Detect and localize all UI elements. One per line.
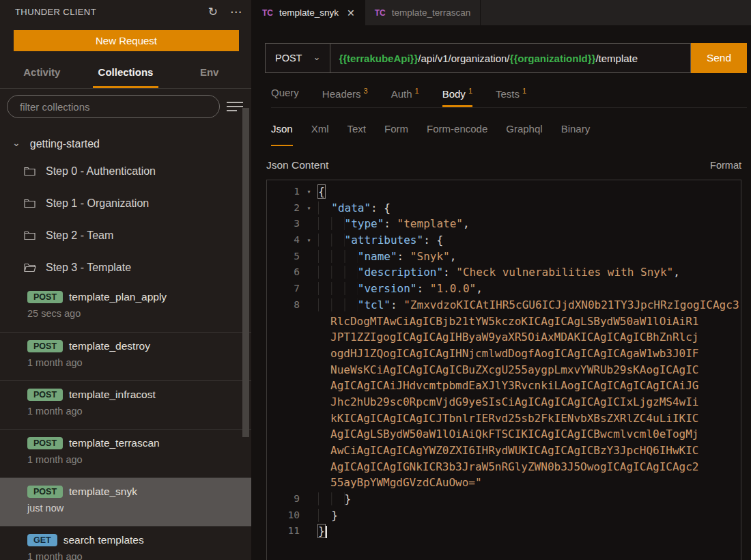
fold-icon[interactable]: ▾ xyxy=(300,200,318,216)
code-token: JPT1ZZIgogICAgICAgIHByaW9yaXR5OiAxMDAKIC… xyxy=(330,331,698,344)
request-tab-body[interactable]: Body1 xyxy=(442,85,472,107)
code-token: AwCiAgICAgICAgYWZ0ZXI6IHRydWUKICAgICAgIC… xyxy=(330,444,698,457)
code-token: : xyxy=(397,250,410,263)
sidebar-tabs: ActivityCollectionsEnv xyxy=(0,61,251,88)
code-token: } xyxy=(318,524,325,537)
format-button[interactable]: Format xyxy=(710,160,741,171)
url-box: POST ⌄ {{terrakubeApi}}/api/v1/organizat… xyxy=(265,43,691,73)
request-time: 1 month ago xyxy=(27,406,251,417)
request-item[interactable]: POSTtemplate_destroy1 month ago xyxy=(0,332,251,380)
collection-name: getting-started xyxy=(30,138,100,150)
body-tab-xml[interactable]: Xml xyxy=(311,123,329,143)
line-gutter xyxy=(267,346,318,362)
code-tokens: } xyxy=(318,491,351,507)
request-tab-auth[interactable]: Auth1 xyxy=(391,85,419,107)
request-time: 1 month ago xyxy=(27,454,251,465)
body-tab-form[interactable]: Form xyxy=(384,123,408,143)
fold-icon xyxy=(300,216,318,232)
line-number xyxy=(267,475,300,491)
url-input[interactable]: {{terrakubeApi}}/api/v1/organization/{{o… xyxy=(330,53,690,64)
request-item[interactable]: POSTtemplate_infracost1 month ago xyxy=(0,380,251,429)
code-token xyxy=(318,201,331,214)
sidebar-tab-collections[interactable]: Collections xyxy=(84,61,168,88)
body-tab-json[interactable]: Json xyxy=(271,123,293,143)
sidebar-tab-activity[interactable]: Activity xyxy=(0,61,84,88)
code-token: "version" xyxy=(358,282,417,295)
code-tokens: RlcDogMTAwCiAgICBjb21tYW5kczoKICAgICAgLS… xyxy=(318,313,698,330)
sidebar-tab-env[interactable]: Env xyxy=(167,61,251,88)
code-token: : xyxy=(443,266,456,279)
fold-icon xyxy=(300,410,318,427)
body-tab-graphql[interactable]: Graphql xyxy=(506,123,542,143)
code-tokens: 55ayBpYWMgdGVzdCAuOwo=" xyxy=(318,475,482,491)
fold-icon xyxy=(300,362,318,378)
refresh-icon[interactable]: ↻ xyxy=(208,6,218,18)
line-number xyxy=(267,378,300,394)
request-name: template_snyk xyxy=(69,486,137,498)
fold-icon xyxy=(300,346,318,362)
more-actions-icon[interactable]: ⋯ xyxy=(230,6,242,18)
body-tab-form-encode[interactable]: Form-encode xyxy=(427,123,487,143)
code-token: NueWsKCiAgICAgICAgICBuZXcgU255aygpLmxvYW… xyxy=(330,363,698,376)
filter-collections-input[interactable] xyxy=(7,95,220,118)
code-lines: 1▾{2▾ "data": {3 "type": "template",4▾ "… xyxy=(267,180,741,540)
fold-icon xyxy=(300,264,318,281)
folder-closed-icon xyxy=(23,229,36,242)
method-dropdown[interactable]: POST ⌄ xyxy=(266,44,330,72)
send-button[interactable]: Send xyxy=(691,43,747,73)
request-item[interactable]: POSTtemplate_terrascan1 month ago xyxy=(0,429,251,477)
request-tab-tests[interactable]: Tests1 xyxy=(496,85,526,107)
url-segment: /template xyxy=(595,53,638,64)
line-number: 8 xyxy=(267,297,300,313)
code-row: 8 "tcl": "ZmxvdzoKICAtIHR5cGU6ICJjdXN0b2… xyxy=(267,297,741,313)
url-segment-variable: {{organizationId}} xyxy=(510,53,596,64)
line-number xyxy=(267,426,300,443)
code-token: { xyxy=(318,185,325,198)
fold-icon[interactable]: ▾ xyxy=(300,184,318,200)
editor-tab-template_snyk[interactable]: TCtemplate_snyk✕ xyxy=(253,0,365,25)
code-row: 6 "description": "Check vulnerabilities … xyxy=(267,264,741,281)
code-token: "attributes" xyxy=(345,234,424,247)
folder-list: Step 0 - AuthenticationStep 1 - Organiza… xyxy=(0,155,251,283)
request-item[interactable]: POSTtemplate_snykjust now xyxy=(0,477,251,526)
folder-item[interactable]: Step 3 - Template xyxy=(0,251,251,283)
close-tab-icon[interactable]: ✕ xyxy=(347,8,355,18)
code-token: "description" xyxy=(358,266,443,279)
sidebar-scrollbar[interactable] xyxy=(242,108,249,437)
folder-item[interactable]: Step 2 - Team xyxy=(0,219,251,251)
request-time: just now xyxy=(27,503,251,514)
request-name: template_destroy xyxy=(69,340,150,352)
json-body-editor[interactable]: 1▾{2▾ "data": {3 "type": "template",4▾ "… xyxy=(266,180,741,560)
code-tokens: } xyxy=(318,523,327,540)
line-number xyxy=(267,313,300,330)
editor-tab-template_terrascan[interactable]: TCtemplate_terrascan xyxy=(365,0,481,25)
line-gutter xyxy=(267,362,318,378)
code-tokens: AgICAgICAgIGNkICR3b3JraW5nRGlyZWN0b3J5Ow… xyxy=(318,459,698,475)
collection-getting-started[interactable]: ⌄ getting-started xyxy=(0,133,251,155)
line-number: 3 xyxy=(267,216,300,232)
new-request-button[interactable]: New Request xyxy=(14,30,239,51)
request-line: POSTtemplate_terrascan xyxy=(27,437,251,449)
code-token xyxy=(318,217,345,230)
code-row: 1▾{ xyxy=(267,184,741,200)
body-tab-text[interactable]: Text xyxy=(348,123,367,143)
code-tokens: "data": { xyxy=(318,200,391,216)
request-tab-query[interactable]: Query xyxy=(271,85,299,107)
body-tab-binary[interactable]: Binary xyxy=(561,123,591,143)
folder-item[interactable]: Step 0 - Authentication xyxy=(0,155,251,187)
line-number xyxy=(267,346,300,362)
folder-item[interactable]: Step 1 - Organization xyxy=(0,187,251,219)
method-badge: POST xyxy=(27,389,63,401)
code-token xyxy=(318,298,358,311)
fold-icon[interactable]: ▾ xyxy=(300,232,318,249)
request-item[interactable]: GETsearch templates1 month ago xyxy=(0,526,251,560)
code-token: } xyxy=(331,509,338,522)
request-item[interactable]: POSTtemplate_plan_apply25 secs ago xyxy=(0,283,251,332)
request-time: 1 month ago xyxy=(27,357,251,368)
code-row: 3 "type": "template", xyxy=(267,216,741,232)
editor-tabstrip: TCtemplate_snyk✕TCtemplate_terrascan xyxy=(253,0,751,25)
request-tab-headers[interactable]: Headers3 xyxy=(322,85,368,107)
line-gutter xyxy=(267,410,318,427)
fold-icon xyxy=(300,443,318,459)
code-row: 10 } xyxy=(267,507,741,524)
